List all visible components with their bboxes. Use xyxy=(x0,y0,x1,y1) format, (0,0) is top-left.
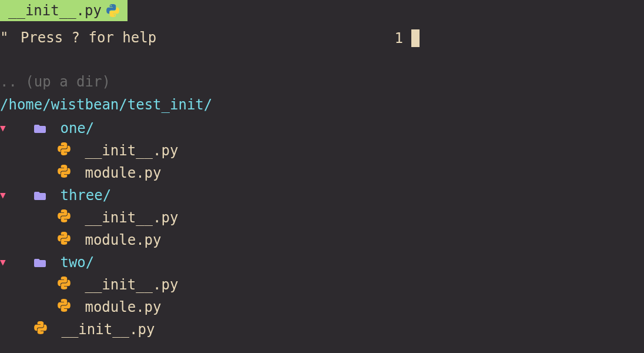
file-name: __init__.py xyxy=(85,277,178,293)
tab-bar: __init__.py xyxy=(0,0,644,21)
file-tree-pane[interactable]: " Press ? for help .. (up a dir) /home/w… xyxy=(0,21,388,353)
root-path[interactable]: /home/wistbean/test_init/ xyxy=(0,94,388,116)
python-icon xyxy=(58,232,71,245)
folder-name: three/ xyxy=(60,187,111,204)
file-row[interactable]: module.py xyxy=(0,229,388,252)
file-row[interactable]: __init__.py xyxy=(0,274,388,297)
file-name: __init__.py xyxy=(61,321,155,338)
folder-row-three[interactable]: ▼ three/ xyxy=(0,185,388,207)
editor-pane[interactable]: 1 xyxy=(388,21,644,353)
line-number: 1 xyxy=(388,30,411,46)
cursor xyxy=(411,29,420,47)
python-icon xyxy=(58,299,71,312)
file-row[interactable]: __init__.py xyxy=(0,140,388,162)
expand-arrow-icon[interactable]: ▼ xyxy=(0,121,11,136)
python-icon xyxy=(58,277,71,289)
file-row-root[interactable]: __init__.py xyxy=(0,319,388,341)
file-name: __init__.py xyxy=(85,209,178,226)
folder-row-one[interactable]: ▼ one/ xyxy=(0,118,388,140)
file-name: __init__.py xyxy=(85,142,178,159)
folder-icon xyxy=(34,191,46,200)
main-area: " Press ? for help .. (up a dir) /home/w… xyxy=(0,21,644,353)
folder-icon xyxy=(34,258,46,267)
file-row[interactable]: module.py xyxy=(0,162,388,185)
folder-name: two/ xyxy=(60,254,94,271)
up-directory[interactable]: .. (up a dir) xyxy=(0,71,388,93)
file-tab[interactable]: __init__.py xyxy=(0,0,128,21)
help-text: " Press ? for help xyxy=(0,27,388,49)
expand-arrow-icon[interactable]: ▼ xyxy=(0,255,11,270)
python-icon xyxy=(58,142,71,155)
folder-name: one/ xyxy=(60,120,94,136)
expand-arrow-icon[interactable]: ▼ xyxy=(0,188,11,203)
tab-filename: __init__.py xyxy=(8,2,102,19)
folder-icon xyxy=(34,124,46,133)
file-name: module.py xyxy=(85,299,161,315)
file-row[interactable]: __init__.py xyxy=(0,207,388,229)
file-name: module.py xyxy=(85,232,161,248)
editor-line[interactable]: 1 xyxy=(388,27,644,49)
python-icon xyxy=(106,4,119,17)
file-row[interactable]: module.py xyxy=(0,297,388,319)
python-icon xyxy=(58,209,71,222)
file-name: module.py xyxy=(85,165,161,181)
python-icon xyxy=(58,165,71,178)
python-icon xyxy=(34,321,47,334)
folder-row-two[interactable]: ▼ two/ xyxy=(0,252,388,274)
